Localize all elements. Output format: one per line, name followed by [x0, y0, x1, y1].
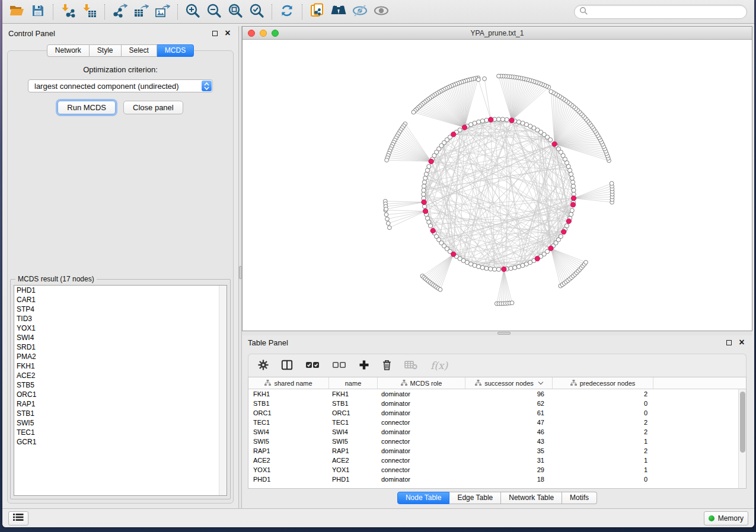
- graph-node[interactable]: [516, 264, 521, 268]
- graph-node[interactable]: [477, 264, 481, 268]
- import-table-button[interactable]: [79, 2, 100, 21]
- close-panel-button[interactable]: ×: [223, 28, 232, 38]
- graph-node[interactable]: [513, 265, 517, 270]
- graph-node[interactable]: [516, 120, 521, 124]
- mcds-result-item[interactable]: RAP1: [14, 399, 227, 409]
- graph-node[interactable]: [569, 172, 573, 176]
- mcds-result-item[interactable]: STP4: [14, 305, 227, 314]
- zoom-selected-button[interactable]: [246, 2, 267, 21]
- graph-node[interactable]: [496, 117, 500, 121]
- graph-hub-node[interactable]: [566, 219, 571, 223]
- mcds-result-item[interactable]: GCR1: [14, 437, 227, 447]
- delete-column-button[interactable]: [382, 358, 392, 373]
- import-network-button[interactable]: [58, 2, 79, 21]
- close-window-icon[interactable]: [248, 30, 255, 37]
- zoom-fit-button[interactable]: [225, 2, 246, 21]
- graph-leaf-node[interactable]: [384, 213, 388, 217]
- graph-hub-node[interactable]: [489, 117, 493, 122]
- graph-hub-node[interactable]: [548, 246, 553, 251]
- network-canvas[interactable]: [243, 40, 752, 331]
- network-graph[interactable]: [243, 40, 752, 331]
- mcds-result-item[interactable]: PMA2: [14, 352, 227, 361]
- graph-hub-node[interactable]: [571, 196, 576, 200]
- tab-mcds[interactable]: MCDS: [157, 44, 194, 57]
- graph-leaf-node[interactable]: [385, 158, 389, 162]
- tab-network-table[interactable]: Network Table: [501, 492, 562, 504]
- graph-node[interactable]: [571, 184, 575, 188]
- graph-leaf-node[interactable]: [610, 181, 614, 185]
- network-window-titlebar[interactable]: YPA_prune.txt_1: [243, 27, 752, 40]
- graph-hub-node[interactable]: [422, 200, 426, 204]
- graph-leaf-node[interactable]: [412, 110, 416, 114]
- graph-hub-node[interactable]: [502, 267, 506, 271]
- graph-node[interactable]: [570, 176, 574, 180]
- search-input[interactable]: [588, 7, 747, 17]
- float-panel-button[interactable]: [210, 28, 219, 38]
- mcds-result-item[interactable]: TID3: [14, 314, 227, 323]
- table-row[interactable]: RAP1RAP1dominator352: [248, 446, 738, 456]
- memory-button[interactable]: Memory: [704, 511, 748, 525]
- graph-node[interactable]: [570, 209, 574, 213]
- table-row[interactable]: ACE2ACE2connector311: [248, 456, 738, 465]
- table-row[interactable]: SWI5SWI5connector431: [248, 437, 738, 446]
- graph-hub-node[interactable]: [462, 125, 467, 130]
- zoom-window-icon[interactable]: [272, 30, 279, 37]
- graph-node[interactable]: [484, 266, 489, 270]
- graph-leaf-node[interactable]: [476, 78, 480, 82]
- add-column-button[interactable]: [359, 358, 369, 373]
- open-file-button[interactable]: [6, 2, 27, 21]
- graph-node[interactable]: [505, 117, 509, 121]
- graph-node[interactable]: [480, 265, 484, 270]
- graph-node[interactable]: [422, 204, 426, 209]
- graph-hub-node[interactable]: [509, 118, 514, 123]
- split-table-view-button[interactable]: [281, 358, 293, 373]
- graph-node[interactable]: [422, 184, 426, 188]
- table-row[interactable]: ORC1ORC1dominator610: [248, 408, 738, 418]
- graph-node[interactable]: [509, 266, 513, 270]
- graph-leaf-node[interactable]: [386, 222, 390, 226]
- graph-leaf-node[interactable]: [438, 287, 442, 291]
- table-row[interactable]: SWI4SWI4dominator462: [248, 427, 738, 437]
- tab-select[interactable]: Select: [122, 44, 157, 57]
- apply-layout-button[interactable]: [276, 2, 298, 21]
- function-builder-button[interactable]: f(x): [430, 358, 448, 373]
- graph-hub-node[interactable]: [430, 228, 435, 233]
- table-settings-button[interactable]: [258, 358, 269, 373]
- tab-motifs[interactable]: Motifs: [562, 492, 597, 504]
- graph-node[interactable]: [422, 188, 426, 193]
- mcds-result-item[interactable]: STB5: [14, 380, 227, 390]
- log-console-button[interactable]: [8, 511, 28, 525]
- mcds-result-item[interactable]: FKH1: [14, 361, 227, 371]
- first-neighbors-button[interactable]: [328, 2, 349, 21]
- mcds-result-item[interactable]: SRD1: [14, 342, 227, 352]
- column-header-successor-nodes[interactable]: successor nodes: [465, 377, 553, 389]
- table-scrollbar[interactable]: [738, 389, 746, 488]
- table-scrollbar-thumb[interactable]: [740, 392, 745, 453]
- tab-edge-table[interactable]: Edge Table: [449, 492, 501, 504]
- graph-node[interactable]: [496, 267, 500, 271]
- close-table-panel-button[interactable]: ×: [737, 338, 747, 347]
- table-row[interactable]: PHD1PHD1dominator180: [248, 475, 738, 484]
- graph-node[interactable]: [569, 212, 573, 216]
- table-row[interactable]: FKH1FKH1dominator962: [248, 389, 738, 399]
- column-header-shared-name[interactable]: shared name: [248, 377, 329, 389]
- mcds-result-item[interactable]: SWI5: [14, 418, 227, 428]
- column-header-mcds-role[interactable]: MCDS role: [378, 377, 465, 389]
- export-network-button[interactable]: [109, 2, 130, 21]
- graph-node[interactable]: [477, 120, 481, 124]
- graph-leaf-node[interactable]: [497, 74, 501, 78]
- select-all-rows-button[interactable]: [305, 358, 320, 373]
- graph-hub-node[interactable]: [451, 252, 456, 257]
- graph-hub-node[interactable]: [562, 229, 566, 234]
- tab-network[interactable]: Network: [47, 44, 90, 57]
- column-header-predecessor-nodes[interactable]: predecessor nodes: [553, 377, 653, 389]
- graph-leaf-node[interactable]: [549, 89, 553, 94]
- graph-hub-node[interactable]: [535, 256, 540, 261]
- mcds-result-item[interactable]: CAR1: [14, 295, 227, 305]
- graph-hub-node[interactable]: [423, 209, 428, 213]
- column-header-name[interactable]: name: [329, 377, 378, 389]
- minimize-window-icon[interactable]: [260, 30, 267, 37]
- mcds-result-item[interactable]: ACE2: [14, 371, 227, 380]
- graph-leaf-node[interactable]: [584, 260, 588, 264]
- graph-node[interactable]: [564, 224, 569, 228]
